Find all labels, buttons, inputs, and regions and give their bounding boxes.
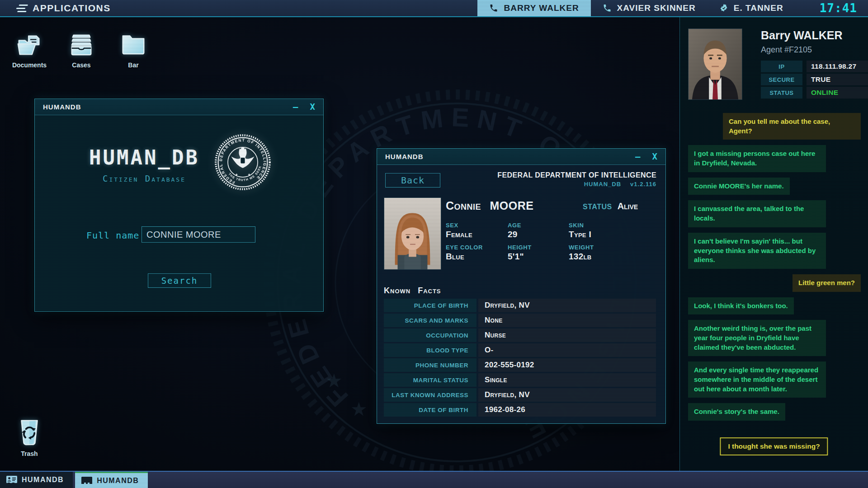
info-row: STATUS ONLINE (761, 87, 868, 99)
desktop-icon-label: Documents (12, 61, 47, 69)
attribute-value: 29 (508, 230, 569, 239)
contact-tab-barry-walker[interactable]: BARRY WALKER (477, 0, 590, 16)
window-header[interactable]: HUMANDB – X (377, 149, 665, 165)
attribute-label: HEIGHT (508, 244, 569, 251)
fact-value: Dryfield, NV (478, 299, 656, 312)
fullname-label: Full name (86, 230, 139, 241)
fact-value: Nurse (478, 328, 656, 342)
id-card-icon (6, 476, 17, 484)
info-label: STATUS (761, 87, 802, 99)
info-row: SECURE TRUE (761, 74, 868, 85)
chat-message-text: Connie MOORE's her name. (694, 182, 784, 190)
desktop-icon-label: Cases (72, 61, 90, 69)
back-button[interactable]: Back (385, 173, 440, 188)
minimize-button[interactable]: – (293, 103, 298, 111)
agent-photo (688, 28, 742, 100)
contact-name: E. TANNER (734, 3, 783, 13)
contact-tab-xavier-skinner[interactable]: XAVIER SKINNER (591, 0, 708, 16)
svg-text:★: ★ (235, 173, 238, 177)
table-row: DATE OF BIRTH 1962-08-26 (384, 403, 656, 417)
minimize-button[interactable]: – (635, 152, 640, 161)
fact-value: 202-555-0192 (478, 358, 656, 372)
chat-message: Little green men? (793, 274, 861, 292)
person-name: Connie MOORE (446, 199, 533, 212)
taskbar-item-label: HUMANDB (22, 476, 64, 484)
attribute: HEIGHT 5'1" (508, 244, 569, 262)
fact-value: Dryfield, NV (478, 388, 656, 402)
table-row: LAST KNOWN ADDRESS Dryfield, NV (384, 388, 656, 402)
chat-message-text: Can you tell me about the case, Agent? (729, 117, 830, 135)
folder-icon (119, 31, 147, 59)
desktop-icon-cases[interactable]: Cases (62, 31, 101, 69)
agent-sidebar: Barry WALKER Agent #F2105 IP 118.111.98.… (679, 17, 868, 471)
info-row: IP 118.111.98.27 (761, 61, 868, 72)
search-button[interactable]: Search (148, 273, 211, 288)
info-label: IP (761, 61, 802, 72)
applications-menu-button[interactable]: APPLICATIONS (0, 0, 111, 16)
taskbar-item-humandb-search[interactable]: HUMANDB (0, 472, 73, 488)
chat-message: Look, I think it's bonkers too. (688, 297, 794, 315)
known-facts-table: PLACE OF BIRTH Dryfield, NV SCARS AND MA… (384, 299, 656, 417)
svg-text:★: ★ (248, 173, 251, 177)
table-row: OCCUPATION Nurse (384, 328, 656, 342)
fact-value: O- (478, 343, 656, 357)
reply-choice-button[interactable]: I thought she was missing? (720, 437, 828, 455)
desktop-icon-trash[interactable]: Trash (10, 418, 49, 457)
humandb-search-window: HUMANDB – X HUMAN_DB Citizen Database FE… (34, 99, 324, 312)
app-name: HUMAN_DB (584, 181, 621, 188)
close-button[interactable]: X (310, 103, 315, 111)
info-value: ONLINE (807, 87, 868, 99)
agency-header: FEDERAL DEPARTMENT OF INTELLIGENCE HUMAN… (497, 171, 656, 188)
taskbar-item-label: HUMANDB (97, 477, 139, 485)
chat-message: I canvassed the area, talked to the loca… (688, 200, 826, 227)
attribute: AGE 29 (508, 222, 569, 239)
close-button[interactable]: X (652, 152, 657, 161)
fullname-input[interactable] (142, 226, 255, 243)
fact-label: DATE OF BIRTH (384, 403, 476, 417)
table-row: BLOOD TYPE O- (384, 343, 656, 357)
contact-name: BARRY WALKER (504, 3, 579, 13)
attribute-value: Female (446, 230, 508, 239)
top-bar: APPLICATIONS BARRY WALKER XAVIER SKINNER… (0, 0, 868, 17)
attribute-label: WEIGHT (569, 244, 641, 251)
agent-id: Agent #F2105 (761, 45, 812, 55)
table-row: MARITAL STATUS Single (384, 373, 656, 387)
trash-icon (16, 418, 43, 447)
table-row: PHONE NUMBER 202-555-0192 (384, 358, 656, 372)
chat-message: And every single time they reappeared so… (688, 361, 826, 398)
attribute-value: 5'1" (508, 252, 569, 262)
chat-message: I got a missing persons case out here in… (688, 145, 826, 172)
fact-label: PLACE OF BIRTH (384, 299, 476, 312)
desktop-icon-bar[interactable]: Bar (114, 31, 153, 69)
info-value: 118.111.98.27 (807, 61, 868, 72)
attribute-value: Blue (446, 252, 508, 262)
inbox-icon (67, 31, 95, 59)
chat-message: Can you tell me about the case, Agent? (723, 113, 861, 140)
humandb-record-window: HUMANDB – X Back FEDERAL DEPARTMENT OF I… (377, 148, 666, 424)
menu-icon (15, 5, 28, 12)
app-window-icon (81, 477, 92, 485)
desktop-icon-documents[interactable]: Documents (10, 31, 49, 69)
fact-label: SCARS AND MARKS (384, 314, 476, 327)
attribute: SKIN Type I (569, 222, 641, 239)
svg-text:★: ★ (350, 399, 368, 420)
window-header[interactable]: HUMANDB – X (35, 99, 323, 115)
phone-icon (489, 4, 498, 13)
chat-message-text: Look, I think it's bonkers too. (694, 302, 788, 310)
chat-message-text: I can't believe I'm sayin' this... but e… (694, 237, 816, 263)
desktop-icon-label: Trash (21, 450, 38, 457)
taskbar-item-humandb-record[interactable]: HUMANDB (75, 472, 148, 488)
chat-message: Connie's story's the same. (688, 403, 785, 421)
chat-message-text: Little green men? (798, 279, 855, 286)
fact-value: Single (478, 373, 656, 387)
chat-message-text: Connie's story's the same. (694, 408, 779, 415)
contact-name: XAVIER SKINNER (617, 3, 696, 13)
chat-log: Can you tell me about the case, Agent? I… (688, 113, 861, 421)
attribute-value: Type I (569, 230, 641, 239)
table-row: SCARS AND MARKS None (384, 314, 656, 327)
attribute: EYE COLOR Blue (446, 244, 508, 262)
status-label: STATUS (583, 203, 612, 211)
contact-tab-e-tanner[interactable]: E. TANNER (708, 0, 795, 16)
app-subtitle: Citizen Database (85, 174, 203, 183)
fact-value: 1962-08-26 (478, 403, 656, 417)
